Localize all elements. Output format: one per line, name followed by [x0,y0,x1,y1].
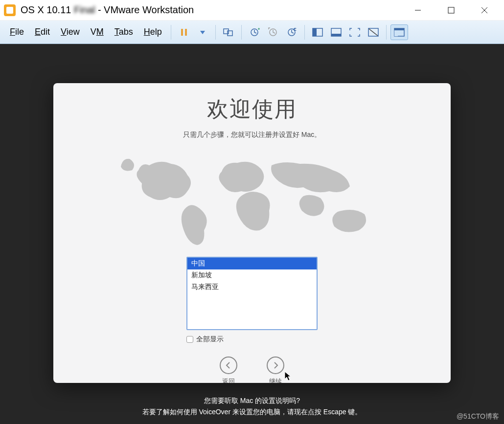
maximize-button[interactable] [441,3,461,18]
menu-view[interactable]: View [56,25,85,39]
back-arrow-icon [220,357,237,374]
menu-file[interactable]: File [5,25,29,39]
show-all-row: 全部显示 [186,335,318,344]
menu-vm[interactable]: VM [86,25,109,39]
mouse-cursor-icon [284,371,291,381]
country-listbox[interactable]: 中国 新加坡 马来西亚 [186,257,318,330]
minimize-button[interactable] [408,3,428,18]
titlebar: OS X 10.11 Final - VMware Workstation [0,0,504,21]
close-button[interactable] [475,3,494,18]
setup-title: 欢迎使用 [53,95,451,124]
library-button[interactable] [390,24,408,40]
vmware-app-icon [4,4,16,16]
svg-rect-5 [185,29,187,36]
separator [215,25,216,40]
macos-setup-window: 欢迎使用 只需几个步骤，您就可以注册并设置好 Mac。 中国 新加坡 马来西亚 … [53,83,451,383]
power-dropdown[interactable] [194,24,211,40]
world-map-icon [115,148,389,251]
show-all-label: 全部显示 [196,335,224,344]
back-button[interactable]: 返回 [220,357,237,383]
menu-edit[interactable]: Edit [30,25,55,39]
continue-arrow-icon [267,357,284,374]
svg-rect-16 [313,28,317,36]
country-option-china[interactable]: 中国 [187,258,317,269]
svg-rect-22 [394,28,404,30]
menu-help[interactable]: Help [139,25,167,39]
unity-button[interactable] [365,24,382,40]
show-console-button[interactable] [309,24,326,40]
snapshot-revert-button[interactable] [264,24,282,40]
pause-button[interactable] [175,24,193,40]
voiceover-help: 您需要听取 Mac 的设置说明吗? 若要了解如何使用 VoiceOver 来设置… [0,395,504,417]
setup-subtitle: 只需几个步骤，您就可以注册并设置好 Mac。 [53,131,451,139]
country-option-singapore[interactable]: 新加坡 [187,269,317,281]
watermark: @51CTO博客 [457,412,499,421]
snapshot-take-button[interactable] [246,24,263,40]
continue-button[interactable]: 继续 [267,357,284,383]
fullscreen-button[interactable] [346,24,364,40]
separator [171,25,171,40]
send-ctrl-alt-del-button[interactable] [220,24,237,40]
svg-rect-1 [448,7,454,13]
svg-rect-18 [331,34,341,36]
svg-line-20 [369,29,378,36]
show-all-checkbox[interactable] [186,336,193,343]
guest-display: 欢迎使用 只需几个步骤，您就可以注册并设置好 Mac。 中国 新加坡 马来西亚 … [0,44,504,424]
window-controls [408,3,500,18]
menu-tabs[interactable]: Tabs [110,25,138,39]
snapshot-manager-button[interactable] [283,24,300,40]
nav-buttons: 返回 继续 [53,357,451,383]
country-option-malaysia[interactable]: 马来西亚 [187,281,317,293]
window-title: OS X 10.11 Final - VMware Workstation [21,4,194,16]
svg-rect-4 [181,29,183,36]
separator [304,25,305,40]
svg-marker-6 [200,31,205,34]
separator [386,25,387,40]
separator [241,25,242,40]
svg-rect-23 [394,30,398,36]
menubar: File Edit View VM Tabs Help [0,21,504,44]
show-thumbnail-button[interactable] [327,24,345,40]
